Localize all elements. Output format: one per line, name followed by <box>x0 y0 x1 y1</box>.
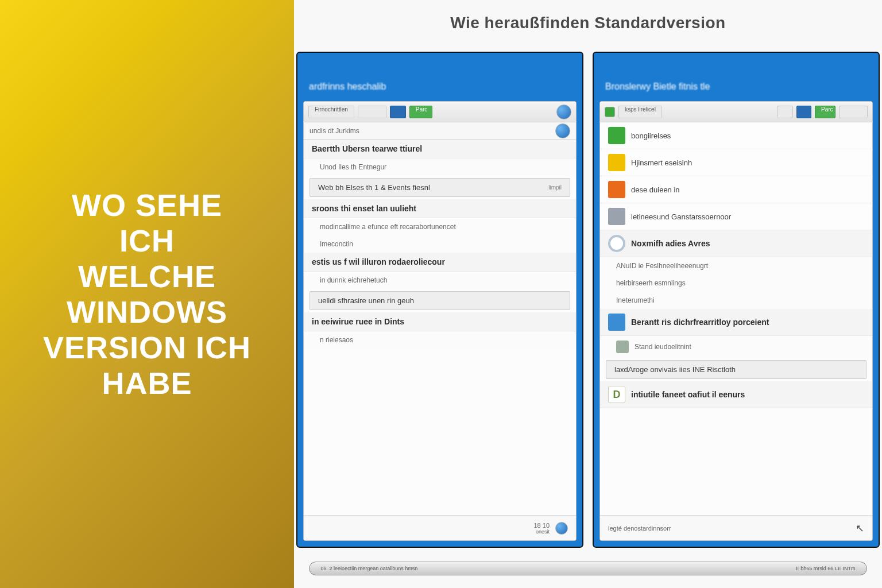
stand-bar: 05. 2 leeioectiin mergean oatalibuns hms… <box>309 562 868 575</box>
list-row[interactable]: Noxmifh adies Avres <box>600 230 872 257</box>
list-row: ANuID ie Feslhneeliheeenugrt <box>600 257 872 274</box>
list-row: in dunnk eichrehetuch <box>304 272 576 289</box>
footer-value: 18 10 <box>533 522 550 529</box>
tile-icon <box>616 341 629 353</box>
toolbar-button[interactable]: Firnochrittlen <box>308 106 354 118</box>
banner-line-4: VERSION ICH <box>43 330 251 365</box>
sub-label: undis dt Jurkims <box>310 127 359 135</box>
list-row[interactable]: dese duieen in <box>600 176 872 203</box>
list-row[interactable]: uelldi sfhrasire unen rin geuh <box>310 291 570 310</box>
left-screen: ardfrinns heschalib Firnochrittlen Parc … <box>296 52 583 548</box>
right-toolbar: ksps lirelicel Parc <box>600 102 872 122</box>
footer-text: iegté denostardinnsorr <box>608 525 671 532</box>
toolbar-button[interactable]: ksps lirelicel <box>618 106 662 118</box>
tile-icon <box>608 181 625 198</box>
banner-line-5: HABE <box>102 366 192 400</box>
right-screen-title: Bronslerwy Bietle fitnis tle <box>594 59 879 101</box>
list-row: Ineterumethi <box>600 292 872 309</box>
lock-icon <box>556 105 571 119</box>
toolbar-button[interactable] <box>777 106 793 118</box>
illustration-area: Wie heraußfinden Standardversion ardfrin… <box>294 0 882 588</box>
list-row[interactable]: in eeiwirue ruee in Dints <box>304 312 576 331</box>
tile-icon <box>608 154 625 171</box>
left-screen-title: ardfrinns heschalib <box>297 59 582 101</box>
tile-icon <box>608 208 625 225</box>
list-row[interactable]: sroons thi enset lan uulieht <box>304 199 576 218</box>
list-row: heirbirseerh esmnlings <box>600 274 872 292</box>
list-row[interactable]: Dintiutile faneet oafiut il eenurs <box>600 381 872 408</box>
list-row: Unod Iles th Entnegur <box>304 158 576 176</box>
left-toolbar: Firnochrittlen Parc <box>304 102 576 122</box>
list-row: n rieiesaos <box>304 331 576 349</box>
list-row: Stand ieudoelitnint <box>600 336 872 358</box>
list-row[interactable]: Hjinsmert eseisinh <box>600 149 872 176</box>
monitor-frame: ardfrinns heschalib Firnochrittlen Parc … <box>294 44 882 588</box>
list-row[interactable]: laxdAroge onvivais iies INE Risctloth <box>606 360 866 379</box>
list-row[interactable]: letineesund Ganstarssoernoor <box>600 203 872 230</box>
left-panel: Firnochrittlen Parc undis dt Jurkims Bae… <box>303 101 577 541</box>
banner-heading: WO SEHE ICH WELCHE WINDOWS VERSION ICH H… <box>40 187 254 401</box>
left-sub-toolbar: undis dt Jurkims <box>304 122 576 140</box>
letter-icon: D <box>608 386 625 403</box>
list-row[interactable]: bongiirelses <box>600 122 872 149</box>
list-row: Imeconctin <box>304 235 576 253</box>
list-row[interactable]: estis us f wil illuron rodaeroliecour <box>304 253 576 272</box>
banner-line-1: WO SEHE ICH <box>72 188 222 258</box>
list-row: modincallime a efunce eft recarabortunen… <box>304 218 576 235</box>
stand-left-text: 05. 2 leeioectiin mergean oatalibuns hms… <box>321 566 418 571</box>
toolbar-green-button[interactable]: Parc <box>815 106 835 118</box>
footer-sub: onesit <box>533 529 550 535</box>
round-icon[interactable] <box>555 123 570 138</box>
ring-icon <box>608 235 625 252</box>
list-row[interactable]: Berantt ris dichrfrearritloy porceient <box>600 309 872 336</box>
right-panel: ksps lirelicel Parc bongiirelses Hjinsme… <box>599 101 873 541</box>
banner-line-2: WELCHE <box>78 259 216 293</box>
app-icon <box>605 107 615 117</box>
toolbar-accent-button[interactable] <box>796 106 811 118</box>
tile-icon <box>608 314 625 331</box>
right-screen: Bronslerwy Bietle fitnis tle ksps lireli… <box>593 52 880 548</box>
toolbar-green-button[interactable]: Parc <box>409 106 432 118</box>
cursor-icon: ↖ <box>856 522 864 535</box>
toolbar-accent-button[interactable] <box>390 106 406 118</box>
title-banner: WO SEHE ICH WELCHE WINDOWS VERSION ICH H… <box>0 0 294 588</box>
toolbar-button[interactable] <box>358 106 386 118</box>
list-row[interactable]: Web bh Elses th 1 & Events fiesnllimpil <box>310 178 570 197</box>
stand-right-text: E bh65 mrsid 66 LE INTm <box>796 566 856 571</box>
image-caption: Wie heraußfinden Standardversion <box>294 0 882 39</box>
tile-icon <box>608 127 625 144</box>
monitor-stand: 05. 2 leeioectiin mergean oatalibuns hms… <box>294 555 882 582</box>
right-footer: iegté denostardinnsorr ↖ <box>600 515 872 540</box>
list-row[interactable]: Baertth Ubersn tearwe ttiurel <box>304 140 576 158</box>
toolbar-button[interactable] <box>839 106 868 118</box>
footer-icon[interactable] <box>555 522 568 535</box>
dual-screens: ardfrinns heschalib Firnochrittlen Parc … <box>294 52 882 548</box>
left-footer: 18 10 onesit <box>304 515 576 540</box>
banner-line-3: WINDOWS <box>67 295 227 329</box>
